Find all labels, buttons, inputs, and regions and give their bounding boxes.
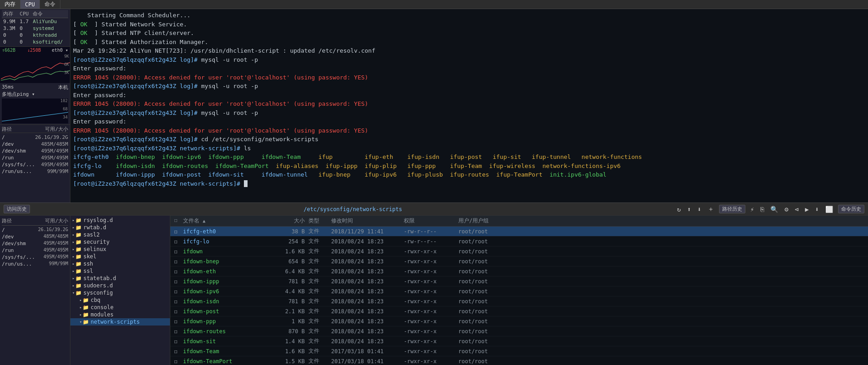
file-name[interactable]: ifcfg-eth0 [181, 228, 272, 235]
upload-icon[interactable]: ⬆ [686, 206, 692, 213]
process-row[interactable]: 3.3M0systemd [2, 25, 68, 32]
file-checkbox[interactable]: ☐ [170, 338, 181, 345]
file-checkbox[interactable]: ☐ [170, 318, 181, 325]
file-name-link[interactable]: ifdown-ipv6 [183, 288, 219, 295]
tree-item-security[interactable]: ▸📁security [70, 238, 170, 246]
file-name-link[interactable]: ifdown-bnep [183, 258, 219, 265]
file-checkbox[interactable]: ☐ [170, 308, 181, 315]
file-list-row[interactable]: ☐ ifdown-TeamPort 1.5 KB 文件 2017/03/18 0… [170, 356, 868, 365]
download-icon[interactable]: ⬇ [696, 206, 702, 213]
disk-left-row[interactable]: /run/us...99M/99M [2, 261, 68, 267]
tree-item-ssl[interactable]: ▸📁ssl [70, 267, 170, 275]
file-checkbox[interactable]: ☐ [170, 258, 181, 265]
file-checkbox[interactable]: ☐ [170, 268, 181, 275]
file-name[interactable]: ifdown-eth [181, 268, 272, 275]
file-name[interactable]: ifdown-ippp [181, 278, 272, 285]
tree-item-selinux[interactable]: ▸📁selinux [70, 246, 170, 253]
tree-item-modules[interactable]: ▸📁modules [70, 311, 170, 318]
file-list-row[interactable]: ☐ ifdown-isdn 781 B 文件 2018/08/24 18:23 … [170, 296, 868, 306]
nav-left-icon[interactable]: ⊲ [794, 206, 800, 213]
tree-item-sasl2[interactable]: ▸📁sasl2 [70, 231, 170, 238]
process-row[interactable]: 00kthreadd [2, 32, 68, 39]
file-name[interactable]: ifdown-bnep [181, 258, 272, 265]
process-row[interactable]: 9.9M1.7AliYunDu [2, 18, 68, 25]
file-checkbox[interactable]: ☐ [170, 348, 181, 355]
file-checkbox[interactable]: ☐ [170, 298, 181, 305]
terminal-area[interactable]: Starting Command Scheduler...[ OK ] Star… [70, 9, 868, 202]
file-list-row[interactable]: ☐ ifdown 1.6 KB 文件 2018/08/24 18:23 -rwx… [170, 247, 868, 256]
tree-item-rwtab-d[interactable]: ▸📁rwtab.d [70, 224, 170, 231]
file-name-link[interactable]: ifdown-eth [183, 268, 216, 275]
file-list-row[interactable]: ☐ ifdown-ipv6 4.4 KB 文件 2018/08/24 18:23… [170, 286, 868, 296]
file-name-link[interactable]: ifdown-isdn [183, 298, 219, 305]
file-name-link[interactable]: ifdown-sit [183, 338, 216, 345]
file-name[interactable]: ifdown-isdn [181, 298, 272, 305]
tree-item-skel[interactable]: ▸📁skel [70, 253, 170, 260]
file-list-row[interactable]: ☐ ifdown-post 2.1 KB 文件 2018/08/24 18:23… [170, 306, 868, 316]
file-col-check[interactable]: ☐ [170, 217, 181, 225]
file-checkbox[interactable]: ☐ [170, 238, 181, 245]
disk-row[interactable]: /dev/shm495M/495M [2, 148, 68, 154]
file-col-perm[interactable]: 权限 [404, 217, 458, 225]
tree-item-console[interactable]: ▸📁console [70, 304, 170, 311]
file-name-link[interactable]: ifcfg-eth0 [183, 228, 216, 235]
process-row[interactable]: 00ksoftirqd/ [2, 39, 68, 45]
bolt-icon[interactable]: ⚡ [749, 206, 755, 213]
file-col-mtime[interactable]: 修改时间 [331, 217, 404, 225]
tree-item-network-scripts[interactable]: ▾📁network-scripts [70, 318, 170, 326]
tree-item-rsyslog-d[interactable]: ▸📁rsyslog.d [70, 217, 170, 224]
file-name-link[interactable]: ifdown [183, 248, 203, 255]
file-list-row[interactable]: ☐ ifdown-sit 1.4 KB 文件 2018/08/24 18:23 … [170, 336, 868, 346]
disk-row[interactable]: /run/us...99M/99M [2, 168, 68, 175]
file-checkbox[interactable]: ☐ [170, 288, 181, 295]
file-list-row[interactable]: ☐ ifdown-ippp 781 B 文件 2018/08/24 18:23 … [170, 276, 868, 286]
history-btn[interactable]: 访问历史 [4, 205, 30, 213]
disk-row[interactable]: /26.1G/39.2G [2, 134, 68, 141]
file-list-row[interactable]: ☐ ifcfg-eth0 38 B 文件 2018/11/29 11:41 -r… [170, 227, 868, 237]
refresh-icon[interactable]: ↻ [676, 206, 682, 213]
tab-cpu[interactable]: CPU [20, 0, 40, 9]
file-name-link[interactable]: ifdown-post [183, 308, 219, 315]
disk-left-row[interactable]: /dev485M/485M [2, 233, 68, 240]
file-name[interactable]: ifdown-ipv6 [181, 288, 272, 295]
file-name-link[interactable]: ifcfg-lo [183, 238, 209, 245]
cmd-history-btn[interactable]: 命令历史 [838, 205, 864, 213]
file-col-name[interactable]: 文件名 ▲ [181, 217, 272, 225]
file-list-row[interactable]: ☐ ifdown-ppp 1 KB 文件 2018/08/24 18:23 -r… [170, 316, 868, 326]
file-name[interactable]: ifdown-TeamPort [181, 358, 272, 365]
settings-icon[interactable]: ⚙ [783, 206, 789, 213]
file-checkbox[interactable]: ☐ [170, 278, 181, 285]
nav-down-icon[interactable]: ⬇ [814, 206, 820, 213]
file-checkbox[interactable]: ☐ [170, 358, 181, 365]
tree-item-statetab-d[interactable]: ▸📁statetab.d [70, 275, 170, 282]
disk-left-row[interactable]: /dev/shm495M/495M [2, 240, 68, 247]
file-name[interactable]: ifdown-routes [181, 328, 272, 335]
file-name-link[interactable]: ifdown-routes [183, 328, 226, 335]
file-checkbox[interactable]: ☐ [170, 328, 181, 335]
file-name[interactable]: ifdown-ppp [181, 318, 272, 325]
file-name-link[interactable]: ifdown-ippp [183, 278, 219, 285]
route-history-btn[interactable]: 路径历史 [719, 205, 745, 213]
file-name[interactable]: ifdown-Team [181, 348, 272, 355]
file-list-row[interactable]: ☐ ifdown-Team 1.6 KB 文件 2017/03/18 01:41… [170, 346, 868, 356]
file-list-row[interactable]: ☐ ifdown-eth 6.4 KB 文件 2018/08/24 18:23 … [170, 266, 868, 276]
file-list-row[interactable]: ☐ ifcfg-lo 254 B 文件 2018/08/24 18:23 -rw… [170, 237, 868, 247]
disk-left-row[interactable]: /sys/fs/...495M/495M [2, 254, 68, 261]
tab-cmd[interactable]: 命令 [40, 0, 60, 9]
disk-row[interactable]: /sys/fs/...495M/495M [2, 161, 68, 168]
file-list-row[interactable]: ☐ ifdown-routes 870 B 文件 2018/08/24 18:2… [170, 326, 868, 336]
file-name[interactable]: ifdown-sit [181, 338, 272, 345]
file-checkbox[interactable]: ☐ [170, 248, 181, 255]
file-checkbox[interactable]: ☐ [170, 228, 181, 235]
file-col-type[interactable]: 类型 [308, 217, 331, 225]
disk-row[interactable]: /dev485M/485M [2, 141, 68, 148]
file-name-link[interactable]: ifdown-Team [183, 348, 219, 355]
tree-item-ssh[interactable]: ▸📁ssh [70, 260, 170, 267]
tree-item-cbq[interactable]: ▸📁cbq [70, 296, 170, 304]
nav-right-icon[interactable]: ⬜ [824, 206, 834, 213]
file-name-link[interactable]: ifdown-TeamPort [183, 358, 232, 365]
disk-left-row[interactable]: /26.1G/39.2G [2, 227, 68, 233]
file-name[interactable]: ifdown [181, 248, 272, 255]
plus-icon[interactable]: ＋ [706, 205, 715, 213]
search-icon[interactable]: 🔍 [769, 206, 779, 213]
